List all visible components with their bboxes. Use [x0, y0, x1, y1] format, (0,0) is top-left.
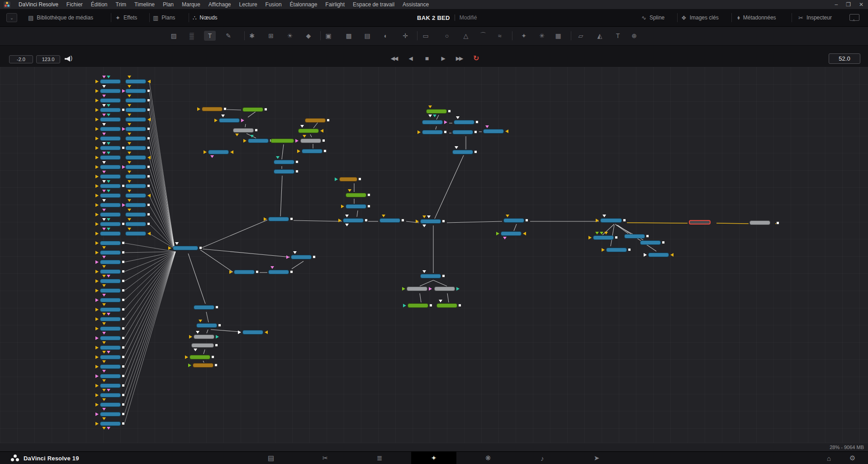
- node[interactable]: [346, 193, 366, 197]
- current-frame-field[interactable]: 52.0: [829, 53, 860, 64]
- node-output-square[interactable]: [401, 219, 404, 222]
- node-connector-marker[interactable]: [604, 232, 608, 234]
- node[interactable]: [407, 287, 427, 291]
- node[interactable]: [420, 274, 441, 278]
- page-button-fusion[interactable]: ✦: [411, 452, 456, 464]
- node-connector-marker[interactable]: [128, 152, 131, 154]
- last-frame-button[interactable]: ▶▶: [454, 55, 464, 62]
- node[interactable]: [100, 383, 121, 388]
- node-connector-marker[interactable]: [147, 80, 151, 83]
- node-connector-marker[interactable]: [230, 150, 233, 154]
- node-connector-marker[interactable]: [95, 194, 99, 197]
- first-frame-button[interactable]: ◀◀: [389, 55, 399, 62]
- node-connector-marker[interactable]: [95, 146, 99, 150]
- node[interactable]: [624, 234, 645, 239]
- node-connector-marker[interactable]: [216, 335, 219, 339]
- node[interactable]: [100, 317, 121, 321]
- node-connector-marker[interactable]: [128, 123, 131, 126]
- node-output-square[interactable]: [442, 220, 445, 223]
- node-connector-marker[interactable]: [102, 265, 106, 268]
- node-connector-marker[interactable]: [196, 331, 199, 334]
- restore-button[interactable]: ❐: [846, 1, 851, 8]
- node-output-square[interactable]: [122, 279, 125, 282]
- node-output-square[interactable]: [367, 205, 370, 208]
- menu-item-fairlight[interactable]: Fairlight: [321, 0, 349, 9]
- node-output-square[interactable]: [444, 130, 447, 134]
- node-connector-marker[interactable]: [422, 215, 426, 218]
- node-output-square[interactable]: [211, 355, 214, 359]
- node-connector-marker[interactable]: [276, 156, 280, 159]
- node[interactable]: [291, 255, 312, 259]
- toolbar-button-effects[interactable]: ✦Effets: [115, 9, 137, 26]
- node-output-square[interactable]: [122, 298, 125, 301]
- node-connector-marker[interactable]: [147, 118, 151, 121]
- node[interactable]: [100, 241, 121, 245]
- node-connector-marker[interactable]: [600, 232, 603, 234]
- toolbar-button-metadata[interactable]: ⬧Métadonnées: [737, 9, 776, 26]
- node[interactable]: [219, 118, 240, 123]
- node-connector-marker[interactable]: [95, 203, 99, 207]
- node[interactable]: [422, 120, 443, 124]
- node-connector-marker[interactable]: [102, 275, 106, 277]
- node-connector-marker[interactable]: [102, 322, 106, 325]
- bspline-mask-tool-icon[interactable]: ⌒: [477, 31, 489, 41]
- node-output-square[interactable]: [147, 89, 150, 92]
- node-connector-marker[interactable]: [128, 190, 131, 192]
- node-connector-marker[interactable]: [102, 152, 106, 154]
- node-output-square[interactable]: [147, 184, 150, 187]
- node-connector-marker[interactable]: [102, 123, 106, 126]
- settings-button[interactable]: ⚙: [849, 452, 855, 464]
- node-output-square[interactable]: [264, 108, 267, 111]
- node[interactable]: [208, 150, 229, 154]
- node-connector-marker[interactable]: [320, 129, 323, 133]
- node-connector-marker[interactable]: [345, 224, 349, 226]
- node[interactable]: [302, 149, 323, 153]
- node-connector-marker[interactable]: [107, 152, 110, 154]
- node-output-square[interactable]: [122, 403, 125, 406]
- node[interactable]: [125, 222, 146, 226]
- node-connector-marker[interactable]: [235, 134, 239, 136]
- node-connector-marker[interactable]: [644, 253, 647, 257]
- node-connector-marker[interactable]: [456, 116, 460, 119]
- node[interactable]: [125, 79, 146, 84]
- node-output-square[interactable]: [122, 355, 125, 359]
- node-output-square[interactable]: [122, 146, 125, 149]
- node-connector-marker[interactable]: [293, 251, 297, 254]
- node[interactable]: [436, 303, 457, 308]
- node-connector-marker[interactable]: [204, 150, 207, 154]
- node[interactable]: [100, 307, 121, 312]
- node-connector-marker[interactable]: [95, 232, 99, 235]
- close-button[interactable]: ✕: [859, 1, 863, 8]
- menu-item-trim[interactable]: Trim: [112, 0, 131, 9]
- node-connector-marker[interactable]: [95, 384, 99, 387]
- node-output-square[interactable]: [147, 108, 150, 111]
- node-output-square[interactable]: [147, 213, 150, 216]
- node-connector-marker[interactable]: [670, 253, 674, 257]
- node[interactable]: [503, 218, 524, 223]
- node[interactable]: [125, 108, 146, 112]
- node-connector-marker[interactable]: [107, 218, 110, 221]
- node-output-square[interactable]: [122, 270, 125, 273]
- node-connector-marker[interactable]: [128, 209, 131, 211]
- node-connector-marker[interactable]: [102, 389, 106, 392]
- node-connector-marker[interactable]: [264, 217, 267, 221]
- node-connector-marker[interactable]: [588, 236, 592, 239]
- node-connector-marker[interactable]: [102, 180, 106, 183]
- node-connector-marker[interactable]: [102, 417, 106, 420]
- node-connector-marker[interactable]: [102, 398, 106, 401]
- node-output-square[interactable]: [147, 137, 150, 140]
- text-plus-tool-icon[interactable]: T: [204, 31, 216, 41]
- node-connector-marker[interactable]: [168, 246, 171, 250]
- node[interactable]: [100, 98, 121, 103]
- node-connector-marker[interactable]: [95, 222, 99, 226]
- node-connector-marker[interactable]: [128, 180, 131, 183]
- node[interactable]: [100, 412, 121, 416]
- node[interactable]: [193, 363, 213, 368]
- menu-item-plan[interactable]: Plan: [159, 0, 178, 9]
- menu-item-timeline[interactable]: Timeline: [130, 0, 159, 9]
- page-button-fairlight[interactable]: ♪: [520, 452, 565, 464]
- node-connector-marker[interactable]: [422, 225, 426, 227]
- node-connector-marker[interactable]: [128, 133, 131, 135]
- node-connector-marker[interactable]: [95, 137, 99, 140]
- menu-item-espace-de-travail[interactable]: Espace de travail: [349, 0, 398, 9]
